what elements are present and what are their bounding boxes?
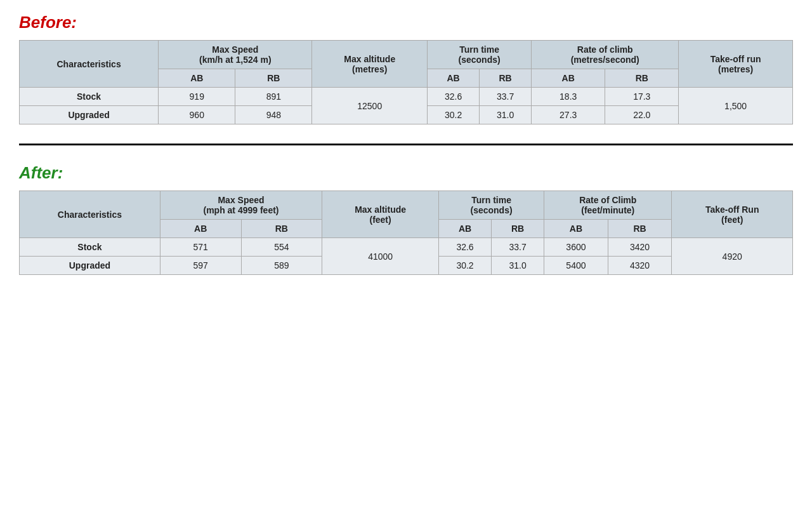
after-stock-altitude: 41000 (322, 238, 439, 275)
after-stock-rate-rb: 3420 (608, 238, 672, 257)
after-upgraded-rate-ab: 5400 (544, 257, 608, 275)
before-subheader-turn-rb: RB (480, 69, 532, 88)
before-header-rateofclimb: Rate of climb(metres/second) (532, 41, 679, 69)
before-upgraded-speed-rb: 948 (235, 106, 312, 124)
after-stock-turn-rb: 33.7 (492, 238, 544, 257)
after-label: After: (19, 163, 793, 183)
before-header-maxspeed: Max Speed(km/h at 1,524 m) (159, 41, 312, 69)
before-upgraded-label: Upgraded (20, 106, 159, 124)
before-stock-turn-ab: 32.6 (428, 88, 480, 106)
after-upgraded-label: Upgraded (20, 257, 160, 275)
before-stock-speed-ab: 919 (159, 88, 235, 106)
after-upgraded-rate-rb: 4320 (608, 257, 672, 275)
after-upgraded-speed-ab: 597 (160, 257, 241, 275)
before-stock-speed-rb: 891 (235, 88, 312, 106)
after-header-rateofclimb: Rate of Climb(feet/minute) (544, 191, 672, 220)
section-divider (19, 144, 793, 145)
before-stock-rate-ab: 18.3 (532, 88, 605, 106)
before-subheader-rate-ab: AB (532, 69, 605, 88)
before-upgraded-turn-rb: 31.0 (480, 106, 532, 124)
before-header-characteristics: Characteristics (20, 41, 159, 88)
after-stock-speed-rb: 554 (241, 238, 322, 257)
after-subheader-rate-rb: RB (608, 220, 672, 238)
after-header-takeoffrun: Take-off Run(feet) (672, 191, 793, 238)
after-section: After: Characteristics Max Speed(mph at … (19, 163, 793, 275)
before-section: Before: Characteristics Max Speed(km/h a… (19, 13, 793, 124)
after-upgraded-speed-rb: 589 (241, 257, 322, 275)
after-table: Characteristics Max Speed(mph at 4999 fe… (19, 190, 793, 275)
before-stock-label: Stock (20, 88, 159, 106)
after-stock-label: Stock (20, 238, 160, 257)
before-subheader-turn-ab: AB (428, 69, 480, 88)
before-subheader-speed-rb: RB (235, 69, 312, 88)
before-upgraded-speed-ab: 960 (159, 106, 235, 124)
after-upgraded-turn-rb: 31.0 (492, 257, 544, 275)
before-header-maxaltitude: Max altitude(metres) (312, 41, 428, 88)
after-header-maxaltitude: Max altitude(feet) (322, 191, 439, 238)
after-subheader-speed-rb: RB (241, 220, 322, 238)
after-subheader-turn-rb: RB (492, 220, 544, 238)
before-header-turntime: Turn time(seconds) (428, 41, 532, 69)
before-upgraded-rate-ab: 27.3 (532, 106, 605, 124)
before-stock-turn-rb: 33.7 (480, 88, 532, 106)
before-stock-rate-rb: 17.3 (605, 88, 679, 106)
after-subheader-turn-ab: AB (438, 220, 491, 238)
before-stock-takeoff: 1,500 (679, 88, 793, 124)
before-label: Before: (19, 13, 793, 32)
after-stock-takeoff: 4920 (672, 238, 793, 275)
before-subheader-rate-rb: RB (605, 69, 679, 88)
after-header-maxspeed: Max Speed(mph at 4999 feet) (160, 191, 322, 220)
after-subheader-rate-ab: AB (544, 220, 608, 238)
after-header-turntime: Turn time(seconds) (438, 191, 544, 220)
before-stock-altitude: 12500 (312, 88, 428, 124)
before-subheader-speed-ab: AB (159, 69, 235, 88)
before-table: Characteristics Max Speed(km/h at 1,524 … (19, 40, 793, 124)
after-row-stock: Stock 571 554 41000 32.6 33.7 3600 3420 … (20, 238, 793, 257)
after-upgraded-turn-ab: 30.2 (438, 257, 491, 275)
after-stock-speed-ab: 571 (160, 238, 241, 257)
after-stock-rate-ab: 3600 (544, 238, 608, 257)
before-row-stock: Stock 919 891 12500 32.6 33.7 18.3 17.3 … (20, 88, 793, 106)
after-header-characteristics: Characteristics (20, 191, 160, 238)
after-subheader-speed-ab: AB (160, 220, 241, 238)
before-upgraded-turn-ab: 30.2 (428, 106, 480, 124)
before-header-takeoffrun: Take-off run(metres) (679, 41, 793, 88)
after-stock-turn-ab: 32.6 (438, 238, 491, 257)
before-upgraded-rate-rb: 22.0 (605, 106, 679, 124)
